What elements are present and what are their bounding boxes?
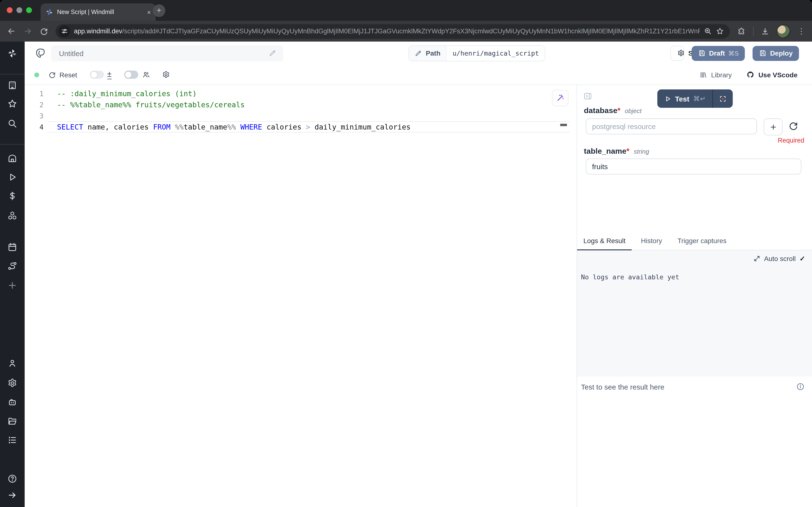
test-button-group: Test ⌘↵ <box>657 90 733 108</box>
new-tab-button[interactable]: + <box>153 4 165 17</box>
forward-icon[interactable] <box>23 26 33 36</box>
table-name-input[interactable] <box>586 159 801 174</box>
site-info-icon[interactable] <box>58 25 70 37</box>
reset-button[interactable]: Reset <box>48 71 77 78</box>
line-number: 3 <box>25 112 48 120</box>
test-button[interactable]: Test ⌘↵ <box>657 90 712 108</box>
tab-title: New Script | Windmill <box>57 9 143 15</box>
code-line[interactable]: 4SELECT name, calories FROM %%table_name… <box>25 121 577 132</box>
settings-button[interactable]: Settings <box>671 46 684 61</box>
minimize-window-button[interactable] <box>16 7 22 13</box>
result-tabs: Logs & ResultHistoryTrigger captures <box>577 237 812 250</box>
result-panel: Test to see the result here <box>577 377 812 507</box>
table-name-field-label: table_name* string <box>584 147 649 156</box>
sidebar-item-home-icon[interactable] <box>7 153 17 163</box>
profile-avatar[interactable] <box>777 24 790 38</box>
sidebar-item-resources-cubes-icon[interactable] <box>7 211 17 221</box>
sidebar-item-help-icon[interactable] <box>7 474 17 484</box>
browser-window: New Script | Windmill × + app.windmill.d… <box>0 0 812 507</box>
diff-plusminus-icon[interactable]: ± <box>107 70 112 79</box>
windmill-favicon <box>46 8 53 16</box>
back-icon[interactable] <box>7 26 16 36</box>
required-asterisk: * <box>626 147 629 155</box>
close-window-button[interactable] <box>7 7 12 13</box>
tab-history[interactable]: History <box>635 237 668 250</box>
postgresql-icon <box>34 47 46 59</box>
sidebar-item-variables-dollar-icon[interactable] <box>7 191 17 201</box>
app-sidebar <box>0 42 25 507</box>
sidebar-item-search-icon[interactable] <box>7 118 17 128</box>
sidebar-item-flows-route-icon[interactable] <box>7 261 17 271</box>
browser-tab[interactable]: New Script | Windmill × <box>41 3 156 21</box>
sidebar-item-add-plus-icon[interactable] <box>7 280 17 290</box>
collapse-panel-icon[interactable] <box>583 91 592 101</box>
logs-panel: Auto scroll ✓ No logs are available yet <box>577 250 812 377</box>
address-bar[interactable]: app.windmill.dev/scripts/add#JTdCJTIyaGF… <box>56 24 730 39</box>
sidebar-item-folders-icon[interactable] <box>7 416 17 426</box>
plus-icon <box>769 123 777 131</box>
sidebar-expand-arrow-icon[interactable] <box>7 490 17 500</box>
download-icon[interactable] <box>761 27 769 36</box>
diff-toggle[interactable] <box>90 70 104 79</box>
code-line[interactable]: 3 <box>25 110 577 121</box>
sidebar-item-user-icon[interactable] <box>7 358 17 368</box>
add-resource-button[interactable] <box>764 118 782 135</box>
save-deploy-icon <box>759 49 767 57</box>
deploy-label: Deploy <box>770 49 793 57</box>
collaborators-users-icon[interactable] <box>142 70 150 79</box>
tab-logs-result[interactable]: Logs & Result <box>577 237 632 250</box>
code-editor[interactable]: 1-- :daily_minimum_calories (int)2-- %%t… <box>25 85 577 507</box>
zoom-icon[interactable] <box>704 27 712 35</box>
url-text[interactable]: app.windmill.dev/scripts/add#JTdCJTIyaGF… <box>74 27 700 35</box>
use-vscode-label: Use VScode <box>758 71 798 78</box>
library-label: Library <box>711 71 732 78</box>
extensions-icon[interactable] <box>737 27 746 36</box>
auto-scroll-control[interactable]: Auto scroll ✓ <box>754 255 805 263</box>
edit-title-pencil-icon[interactable] <box>269 49 277 57</box>
tab-trigger-captures[interactable]: Trigger captures <box>671 237 733 250</box>
editor-settings-gear-icon[interactable] <box>162 70 170 79</box>
bookmark-star-icon[interactable] <box>716 27 724 35</box>
ai-assistant-button[interactable] <box>552 90 568 106</box>
browser-menu-icon[interactable]: ⋮ <box>798 26 805 36</box>
deploy-button[interactable]: Deploy <box>753 46 799 61</box>
library-button[interactable]: Library <box>700 71 732 78</box>
url-path: /scripts/add#JTdCJTIyaGFzaCUyMiUzQSUyMiU… <box>122 27 700 35</box>
library-icon <box>700 71 707 78</box>
overview-ruler-mark <box>560 124 567 126</box>
info-icon[interactable] <box>796 382 805 391</box>
sidebar-item-runs-play-icon[interactable] <box>7 172 17 182</box>
database-resource-input[interactable] <box>586 118 757 134</box>
toolbar-divider <box>753 27 754 36</box>
windmill-logo-icon[interactable] <box>7 48 17 58</box>
code-text: -- %%table_name%% fruits/vegetables/cere… <box>57 100 245 109</box>
sidebar-item-audit-logs-list-icon[interactable] <box>7 435 17 445</box>
script-title-field[interactable] <box>51 45 283 61</box>
sidebar-item-favorites-star-icon[interactable] <box>7 99 17 109</box>
script-title-input[interactable] <box>58 49 265 58</box>
line-number: 2 <box>25 101 48 109</box>
script-path-field[interactable]: Path u/henri/magical_script <box>408 45 545 61</box>
draft-button[interactable]: Draft ⌘S <box>692 46 745 61</box>
tab-close-icon[interactable]: × <box>147 8 151 16</box>
reload-icon[interactable] <box>40 27 48 36</box>
maximize-window-button[interactable] <box>26 7 32 13</box>
code-text: -- :daily_minimum_calories (int) <box>57 89 197 98</box>
capture-run-button[interactable] <box>713 90 733 108</box>
window-controls[interactable] <box>7 7 32 13</box>
sidebar-item-settings-gear-icon[interactable] <box>7 378 17 388</box>
code-line[interactable]: 2-- %%table_name%% fruits/vegetables/cer… <box>25 99 577 110</box>
sidebar-item-workers-robot-icon[interactable] <box>7 397 17 407</box>
use-vscode-button[interactable]: Use VScode <box>746 70 798 79</box>
code-line[interactable]: 1-- :daily_minimum_calories (int) <box>25 88 577 99</box>
sidebar-item-workspace[interactable] <box>7 80 17 91</box>
play-icon <box>664 95 671 102</box>
collab-toggle[interactable] <box>124 70 138 79</box>
expand-logs-icon[interactable] <box>754 255 760 262</box>
refresh-resources-icon[interactable] <box>788 121 799 131</box>
sidebar-item-schedules-calendar-icon[interactable] <box>7 242 17 252</box>
reset-refresh-icon <box>48 71 56 78</box>
save-draft-icon <box>698 49 706 57</box>
field-type: object <box>625 107 641 115</box>
field-type: string <box>634 148 649 155</box>
